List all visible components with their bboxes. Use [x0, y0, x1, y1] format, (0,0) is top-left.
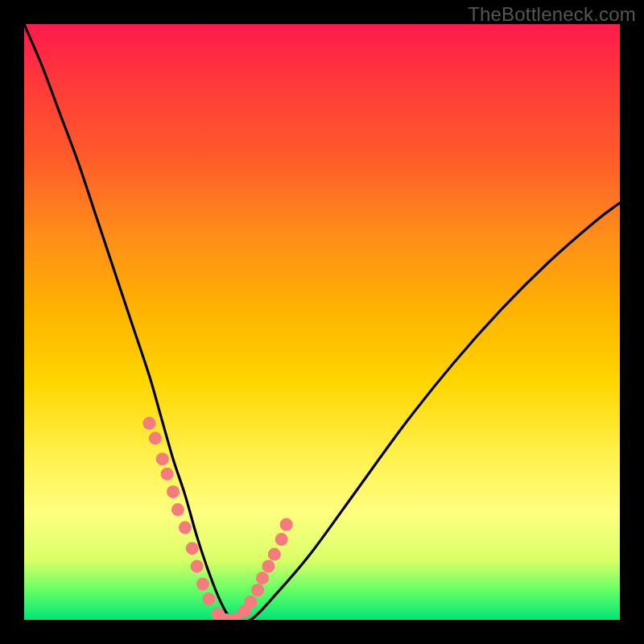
highlight-marker: [256, 572, 269, 584]
highlight-marker: [268, 548, 281, 561]
highlight-marker: [167, 485, 180, 498]
highlight-marker: [161, 468, 174, 481]
curve-svg: [24, 24, 620, 620]
highlight-marker: [275, 533, 288, 546]
highlight-marker: [251, 584, 264, 597]
chart-frame: TheBottleneck.com: [0, 0, 644, 644]
highlight-marker: [280, 518, 293, 531]
highlight-marker: [142, 417, 155, 430]
marker-group: [142, 417, 292, 620]
highlight-marker: [171, 503, 184, 516]
highlight-marker: [156, 452, 169, 465]
bottleneck-curve: [24, 24, 620, 620]
highlight-marker: [179, 521, 192, 534]
highlight-marker: [191, 559, 204, 572]
highlight-marker: [262, 559, 275, 572]
highlight-marker: [196, 578, 209, 591]
highlight-marker: [186, 542, 199, 555]
highlight-marker: [244, 596, 257, 609]
highlight-marker: [202, 592, 215, 605]
plot-area: [24, 24, 620, 620]
highlight-marker: [149, 431, 162, 444]
watermark-text: TheBottleneck.com: [468, 3, 636, 26]
